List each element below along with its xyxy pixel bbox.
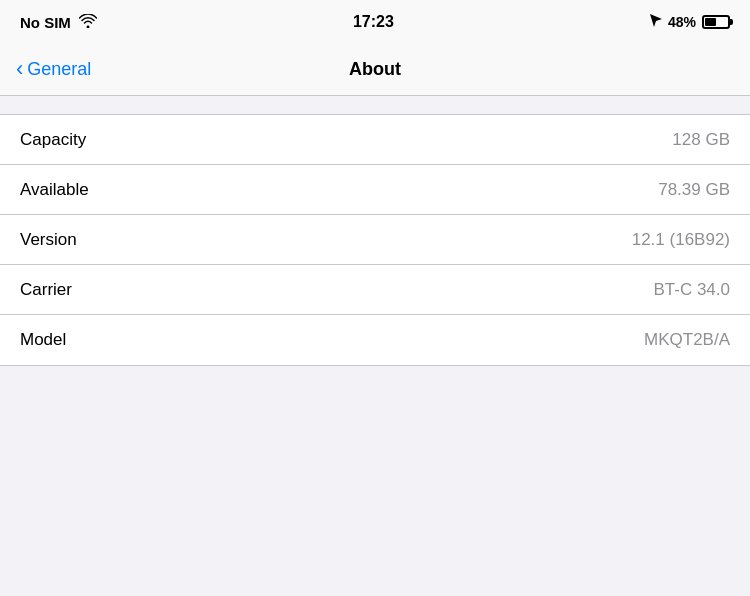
settings-row: Available78.39 GB <box>0 165 750 215</box>
row-label: Capacity <box>20 130 86 150</box>
settings-row: ModelMKQT2B/A <box>0 315 750 365</box>
row-value: 78.39 GB <box>658 180 730 200</box>
back-label: General <box>27 59 91 80</box>
row-label: Carrier <box>20 280 72 300</box>
status-right: 48% <box>650 14 730 31</box>
section-gap-top <box>0 96 750 114</box>
row-value: 12.1 (16B92) <box>632 230 730 250</box>
row-label: Model <box>20 330 66 350</box>
carrier-label: No SIM <box>20 14 71 31</box>
battery-percent: 48% <box>668 14 696 30</box>
settings-row: Capacity128 GB <box>0 115 750 165</box>
battery-indicator <box>702 15 730 29</box>
row-value: 128 GB <box>672 130 730 150</box>
nav-bar: ‹ General About <box>0 44 750 96</box>
battery-box <box>702 15 730 29</box>
row-label: Version <box>20 230 77 250</box>
status-time: 17:23 <box>353 13 394 31</box>
row-label: Available <box>20 180 89 200</box>
location-icon <box>650 14 662 31</box>
status-left: No SIM <box>20 14 97 31</box>
status-bar: No SIM 17:23 48% <box>0 0 750 44</box>
battery-fill <box>705 18 716 26</box>
row-value: BT-C 34.0 <box>653 280 730 300</box>
wifi-icon <box>79 14 97 31</box>
settings-row: CarrierBT-C 34.0 <box>0 265 750 315</box>
row-value: MKQT2B/A <box>644 330 730 350</box>
back-button[interactable]: ‹ General <box>16 59 91 80</box>
settings-row: Version12.1 (16B92) <box>0 215 750 265</box>
chevron-left-icon: ‹ <box>16 58 23 80</box>
nav-title: About <box>349 59 401 80</box>
settings-group: Capacity128 GBAvailable78.39 GBVersion12… <box>0 114 750 366</box>
